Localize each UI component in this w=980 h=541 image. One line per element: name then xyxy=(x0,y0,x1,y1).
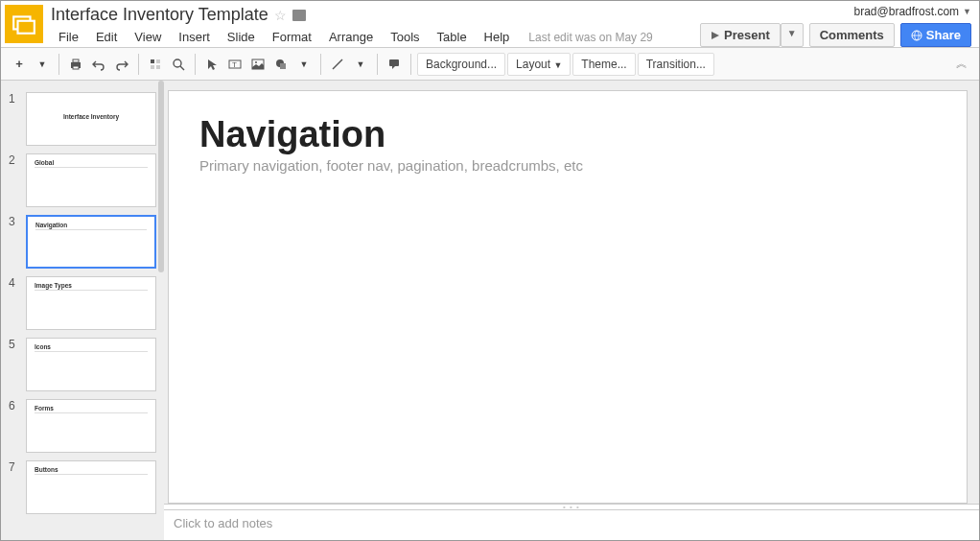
new-slide-button[interactable]: + xyxy=(9,53,30,76)
new-slide-dropdown[interactable]: ▼ xyxy=(32,53,53,76)
menu-file[interactable]: File xyxy=(51,27,86,47)
slide-thumb-5[interactable]: 5Icons xyxy=(1,334,164,395)
redo-icon[interactable] xyxy=(111,53,132,76)
image-icon[interactable] xyxy=(247,53,268,76)
svg-rect-1 xyxy=(18,21,35,34)
thumb-number: 4 xyxy=(9,276,20,330)
menu-edit[interactable]: Edit xyxy=(88,27,125,47)
menu-format[interactable]: Format xyxy=(265,27,319,47)
textbox-icon[interactable]: T xyxy=(224,53,245,76)
toolbar: + ▼ T ▼ ▼ Background... Layout ▼ Theme..… xyxy=(1,47,979,81)
account-menu[interactable]: brad@bradfrost.com ▼ xyxy=(854,5,971,18)
share-button[interactable]: Share xyxy=(900,23,971,47)
print-icon[interactable] xyxy=(65,53,86,76)
slide-canvas[interactable]: Navigation Primary navigation, footer na… xyxy=(168,90,968,504)
slide-thumb-7[interactable]: 7Buttons xyxy=(1,457,164,518)
menu-slide[interactable]: Slide xyxy=(220,27,263,47)
thumb-number: 6 xyxy=(9,399,20,453)
thumb-subtitle xyxy=(35,167,148,168)
line-icon[interactable] xyxy=(327,53,348,76)
slide-thumb-1[interactable]: 1Interface Inventory xyxy=(1,88,164,150)
thumb-subtitle xyxy=(35,474,148,475)
account-dropdown-icon: ▼ xyxy=(963,7,971,16)
slide-thumb-4[interactable]: 4Image Types xyxy=(1,272,164,334)
svg-rect-9 xyxy=(156,65,160,69)
slide-title[interactable]: Navigation xyxy=(199,114,936,155)
zoom-icon[interactable] xyxy=(168,53,189,76)
thumb-number: 5 xyxy=(9,338,20,391)
separator xyxy=(138,54,139,75)
present-button[interactable]: Present xyxy=(700,23,781,47)
speaker-notes[interactable]: Click to add notes xyxy=(164,509,979,540)
header: Interface Inventory Template ☆ File Edit… xyxy=(1,1,979,47)
separator xyxy=(320,54,321,75)
app-window: Interface Inventory Template ☆ File Edit… xyxy=(0,0,980,541)
thumb-canvas[interactable]: Navigation xyxy=(26,215,156,269)
thumb-canvas[interactable]: Forms xyxy=(26,399,156,453)
menu-table[interactable]: Table xyxy=(430,27,475,47)
svg-rect-4 xyxy=(73,59,79,62)
menu-insert[interactable]: Insert xyxy=(171,27,218,47)
menu-view[interactable]: View xyxy=(127,27,169,47)
svg-rect-17 xyxy=(280,63,286,69)
theme-button[interactable]: Theme... xyxy=(572,53,635,76)
menu-bar: File Edit View Insert Slide Format Arran… xyxy=(51,27,700,47)
svg-line-11 xyxy=(180,66,184,70)
thumb-number: 2 xyxy=(9,153,20,207)
undo-icon[interactable] xyxy=(88,53,109,76)
scrollbar[interactable] xyxy=(158,81,164,272)
title-area: Interface Inventory Template ☆ File Edit… xyxy=(51,5,700,47)
shape-icon[interactable] xyxy=(270,53,292,76)
thumb-canvas[interactable]: Global xyxy=(26,153,156,207)
account-email: brad@bradfrost.com xyxy=(854,5,960,18)
line-dropdown[interactable]: ▼ xyxy=(350,53,371,76)
thumb-subtitle xyxy=(35,290,148,291)
layout-button[interactable]: Layout ▼ xyxy=(507,53,571,76)
folder-icon[interactable] xyxy=(292,10,306,21)
doc-title[interactable]: Interface Inventory Template xyxy=(51,5,268,25)
svg-point-15 xyxy=(255,61,257,63)
background-button[interactable]: Background... xyxy=(417,53,505,76)
slide-subtitle[interactable]: Primary navigation, footer nav, paginati… xyxy=(199,157,936,174)
svg-rect-6 xyxy=(151,59,154,63)
comment-icon[interactable] xyxy=(384,53,405,76)
svg-rect-7 xyxy=(156,59,160,63)
thumb-number: 1 xyxy=(9,92,20,146)
slides-logo[interactable] xyxy=(5,5,43,43)
thumb-number: 3 xyxy=(9,215,20,269)
separator xyxy=(410,54,411,75)
thumb-canvas[interactable]: Icons xyxy=(26,338,156,391)
globe-icon xyxy=(911,30,922,41)
transition-button[interactable]: Transition... xyxy=(638,53,714,76)
menu-tools[interactable]: Tools xyxy=(383,27,427,47)
svg-rect-5 xyxy=(73,66,79,69)
thumb-number: 7 xyxy=(9,460,20,514)
star-icon[interactable]: ☆ xyxy=(274,8,287,23)
separator xyxy=(195,54,196,75)
slide-thumb-2[interactable]: 2Global xyxy=(1,150,164,211)
thumb-canvas[interactable]: Interface Inventory xyxy=(26,92,156,146)
slide-thumb-3[interactable]: 3Navigation xyxy=(1,211,164,272)
thumb-title: Interface Inventory xyxy=(35,114,148,121)
svg-rect-19 xyxy=(389,59,399,66)
svg-text:T: T xyxy=(232,60,237,69)
thumb-canvas[interactable]: Buttons xyxy=(26,460,156,514)
collapse-toolbar-icon[interactable]: ︽ xyxy=(952,52,971,76)
slide-panel: 1Interface Inventory2Global3Navigation4I… xyxy=(1,81,164,540)
svg-rect-8 xyxy=(151,65,154,69)
thumb-subtitle xyxy=(35,229,147,230)
comments-button[interactable]: Comments xyxy=(809,23,895,47)
thumb-canvas[interactable]: Image Types xyxy=(26,276,156,330)
menu-arrange[interactable]: Arrange xyxy=(321,27,381,47)
separator xyxy=(377,54,378,75)
menu-help[interactable]: Help xyxy=(477,27,518,47)
main-area: Navigation Primary navigation, footer na… xyxy=(164,81,979,540)
svg-point-10 xyxy=(174,59,181,67)
present-dropdown[interactable]: ▼ xyxy=(781,23,804,47)
crop-icon[interactable] xyxy=(145,53,166,76)
body: 1Interface Inventory2Global3Navigation4I… xyxy=(1,81,979,540)
shape-dropdown[interactable]: ▼ xyxy=(293,53,315,76)
slide-thumb-6[interactable]: 6Forms xyxy=(1,395,164,457)
play-icon xyxy=(711,31,720,40)
select-icon[interactable] xyxy=(201,53,222,76)
